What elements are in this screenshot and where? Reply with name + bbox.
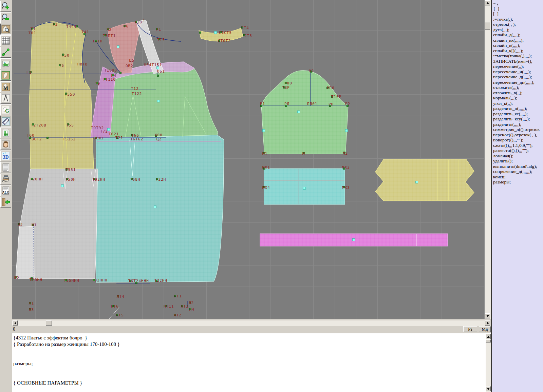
canvas-horizontal-scrollbar[interactable] (12, 320, 490, 326)
canvas-vertical-scrollbar[interactable] (485, 0, 491, 319)
point-label: ВСТ2 (32, 137, 42, 141)
point-label: ЛТ4 (117, 294, 125, 299)
highlight-marker[interactable] (154, 206, 156, 208)
highlight-marker[interactable] (416, 181, 418, 183)
point-label: Т92НН (92, 177, 105, 182)
books-button[interactable] (0, 174, 11, 184)
image-preview-button[interactable] (0, 58, 11, 69)
point-label: Т11П (92, 39, 103, 43)
console-scrollbar[interactable] (486, 334, 491, 392)
table-icon (1, 129, 10, 137)
point-label: Ц5 (129, 58, 134, 63)
exit-icon (1, 198, 10, 207)
point-label: МХ1 (262, 165, 270, 170)
piece-texture (375, 159, 474, 201)
highlight-marker[interactable] (214, 32, 217, 34)
highlight-marker[interactable] (61, 185, 64, 187)
image-preview-icon (1, 59, 10, 68)
scroll-left-button[interactable] (13, 320, 18, 326)
document-button[interactable] (0, 162, 11, 173)
highlight-marker[interactable] (345, 130, 348, 132)
console-scroll-up-button[interactable] (486, 334, 491, 339)
pattern-frame-button[interactable] (0, 70, 11, 81)
algorithm-console[interactable]: {4312 Платье с эффектом болро } { Разраб… (11, 333, 491, 392)
portrait-button[interactable] (0, 139, 11, 150)
point-label: ЛТ3 (181, 304, 189, 309)
point-label: Т68Н (130, 177, 141, 182)
scroll-left-icon (14, 322, 16, 325)
console-scroll-down-button[interactable] (486, 386, 491, 391)
highlight-marker[interactable] (157, 100, 160, 102)
scroll-right-button[interactable] (485, 320, 490, 326)
fit-view-button[interactable] (0, 24, 11, 35)
segment-tool-button[interactable] (0, 47, 11, 58)
pattern-g-button[interactable]: G (0, 104, 11, 115)
point-label: Т21 (115, 136, 123, 140)
console-text[interactable]: {4312 Платье с эффектом болро } { Разраб… (12, 333, 491, 386)
vertical-scroll-thumb[interactable] (485, 22, 490, 30)
piece-texture (261, 71, 348, 154)
compass-button[interactable] (0, 93, 11, 104)
scroll-up-button[interactable] (485, 0, 490, 5)
point-label: Т3 (53, 22, 58, 27)
scroll-up-icon (486, 2, 489, 4)
point-label: СТ0Т2 (218, 39, 231, 43)
console-scroll-thumb[interactable] (486, 339, 491, 342)
compass-icon (1, 94, 10, 103)
highlight-marker[interactable] (298, 111, 300, 113)
pattern-g-icon: G (1, 105, 10, 114)
point-label: Т22Н (156, 177, 166, 182)
command-list-text[interactable]: = ; { } [ ] :=точка(,); отрезок( , ); ду… (492, 0, 543, 185)
point-label: Т551 (65, 168, 76, 172)
scroll-down-button[interactable] (485, 313, 490, 318)
command-list-panel[interactable]: = ; { } [ ] :=точка(,); отрезок( , ); ду… (491, 0, 543, 392)
threed-button[interactable]: 3D (0, 151, 11, 161)
pattern-m-button[interactable]: M (0, 81, 11, 92)
point-label: Т5152 (63, 137, 76, 141)
segment-tool-icon (1, 48, 10, 57)
highlight-marker[interactable] (303, 187, 306, 190)
point-label: М2 (343, 151, 348, 156)
rz-button[interactable]: Рз (463, 326, 477, 332)
point-label: Р1 (260, 102, 265, 106)
point-label: Т2Т20В (31, 123, 46, 128)
pattern-frame-icon (1, 71, 10, 80)
status-row: 0 Рз Мд (12, 326, 491, 333)
zoom-out-button[interactable] (0, 12, 11, 23)
point-marker[interactable] (157, 75, 159, 77)
zoom-in-button[interactable] (0, 1, 11, 12)
point-marker[interactable] (200, 32, 201, 34)
ruler-button[interactable]: 7 8 (0, 116, 11, 127)
grid-button[interactable] (0, 35, 11, 46)
point-label: Л3 (29, 308, 34, 312)
point-label: Ш1 (32, 223, 37, 227)
point-label: Т92ННН (92, 278, 108, 282)
app-window: M G 7 8 (0, 0, 543, 392)
highlight-marker[interactable] (263, 130, 265, 132)
point-label: Т6Т62 (130, 137, 143, 141)
point-marker[interactable] (120, 72, 121, 74)
highlight-marker[interactable] (117, 46, 119, 48)
highlight-marker[interactable] (353, 239, 355, 241)
icon-letters-3d: 3D (3, 155, 8, 160)
point-label: О2 (309, 69, 314, 73)
point-label: Т122 (132, 92, 142, 96)
point-label: Т22НН (154, 278, 167, 283)
horizontal-scroll-thumb[interactable] (46, 320, 52, 326)
zoom-out-icon (1, 13, 10, 22)
exit-button[interactable] (0, 197, 11, 208)
point-label: Т55 (66, 123, 74, 128)
point-label: Х2 (107, 27, 112, 32)
alg-button[interactable]: ALG (0, 185, 11, 196)
point-label: МХ2 (342, 165, 350, 170)
point-label: М1 (262, 152, 267, 156)
point-label: Г1 (26, 70, 32, 75)
table-button[interactable] (0, 128, 11, 138)
md-button[interactable]: Мд (479, 326, 491, 332)
point-marker[interactable] (47, 137, 49, 139)
point-label: МХ4 (262, 185, 270, 190)
point-label: Т6Т24ННН (128, 279, 149, 283)
drawing-canvas[interactable]: Т1Т01Т3Т444Т41Т50Т5ПВТВГ1Т550Т2Т20ВТ55Т6… (12, 0, 485, 319)
point-label: Л4 (189, 307, 194, 312)
icon-letter-m: M (3, 86, 8, 91)
